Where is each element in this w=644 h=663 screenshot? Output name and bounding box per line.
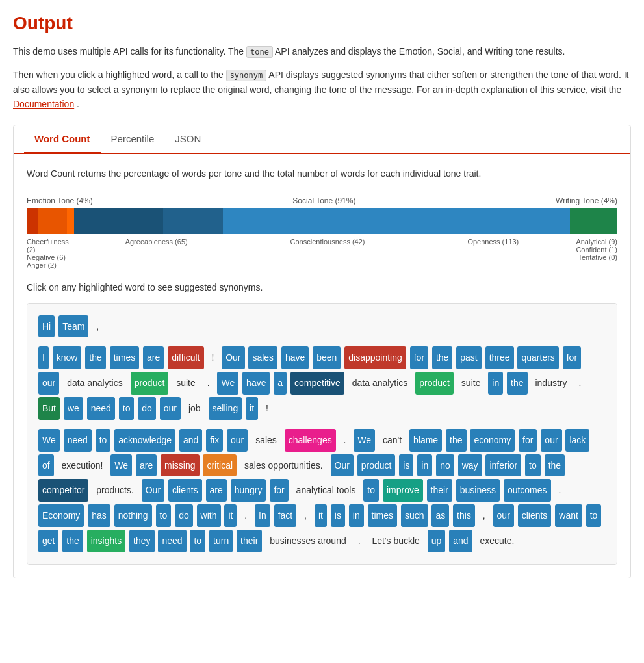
word-token[interactable]: do	[138, 397, 156, 420]
word-token[interactable]: to	[190, 530, 205, 552]
word-token[interactable]: nothing	[114, 504, 152, 527]
word-token[interactable]: insights	[87, 530, 125, 552]
word-token[interactable]: missing	[161, 454, 199, 477]
word-token[interactable]: acknowledge	[114, 429, 175, 452]
word-token[interactable]: need	[64, 429, 92, 452]
word-token[interactable]: economy	[470, 429, 515, 452]
word-token[interactable]: Hi	[38, 315, 55, 338]
word-token[interactable]: for	[410, 346, 428, 369]
word-token[interactable]: up	[428, 530, 446, 552]
word-token[interactable]: fact	[274, 504, 297, 527]
word-token[interactable]: product	[415, 372, 454, 395]
word-token[interactable]: a	[274, 372, 287, 395]
word-token[interactable]: our	[493, 504, 514, 527]
word-token[interactable]: competitor	[38, 479, 88, 502]
word-token[interactable]: to	[119, 397, 135, 420]
word-token[interactable]: have	[281, 346, 309, 369]
word-token[interactable]: But	[38, 397, 60, 420]
word-token[interactable]: as	[431, 504, 449, 527]
word-token[interactable]: the	[507, 372, 527, 395]
word-token[interactable]: to	[525, 454, 541, 477]
word-token[interactable]: critical	[203, 454, 237, 477]
word-token[interactable]: our	[227, 429, 248, 452]
word-token[interactable]: for	[563, 346, 581, 369]
documentation-link[interactable]: Documentation	[13, 99, 74, 109]
word-token[interactable]: times	[368, 504, 397, 527]
word-token[interactable]: I	[38, 346, 49, 369]
word-token[interactable]: our	[38, 372, 59, 395]
word-token[interactable]: business	[456, 479, 500, 502]
tab-percentile[interactable]: Percentile	[101, 125, 165, 154]
word-token[interactable]: the	[432, 346, 452, 369]
word-token[interactable]: quarters	[517, 346, 558, 369]
word-token[interactable]: way	[458, 454, 482, 477]
word-token[interactable]: the	[545, 454, 565, 477]
word-token[interactable]: challenges	[285, 429, 336, 452]
word-token[interactable]: difficult	[168, 346, 203, 369]
word-token[interactable]: product	[357, 454, 396, 477]
word-token[interactable]: we	[64, 397, 83, 420]
word-token[interactable]: clients	[168, 479, 202, 502]
word-token[interactable]: have	[242, 372, 270, 395]
word-token[interactable]: Our	[331, 454, 354, 477]
word-token[interactable]: competitive	[290, 372, 344, 395]
word-token[interactable]: selling	[209, 397, 242, 420]
word-token[interactable]: outcomes	[504, 479, 551, 502]
word-token[interactable]: Team	[58, 315, 88, 338]
word-token[interactable]: our	[160, 397, 181, 420]
word-token[interactable]: lack	[565, 429, 589, 452]
word-token[interactable]: improve	[383, 479, 423, 502]
word-token[interactable]: and	[179, 429, 202, 452]
tab-word-count[interactable]: Word Count	[24, 125, 101, 154]
word-token[interactable]: to	[586, 504, 602, 527]
tab-json[interactable]: JSON	[164, 125, 211, 154]
word-token[interactable]: and	[449, 530, 472, 552]
word-token[interactable]: need	[158, 530, 186, 552]
word-token[interactable]: for	[270, 479, 288, 502]
word-token[interactable]: hungry	[231, 479, 266, 502]
word-token[interactable]: fix	[206, 429, 223, 452]
word-token[interactable]: disappointing	[344, 346, 406, 369]
word-token[interactable]: with	[197, 504, 221, 527]
word-token[interactable]: clients	[518, 504, 552, 527]
word-token[interactable]: they	[129, 530, 154, 552]
word-token[interactable]: no	[436, 454, 454, 477]
word-token[interactable]: Our	[142, 479, 164, 502]
word-token[interactable]: product	[131, 372, 169, 395]
word-token[interactable]: it	[315, 504, 327, 527]
word-token[interactable]: this	[453, 504, 475, 527]
word-token[interactable]: is	[399, 454, 413, 477]
word-token[interactable]: has	[88, 504, 110, 527]
word-token[interactable]: the	[85, 346, 105, 369]
word-token[interactable]: to	[96, 429, 111, 452]
word-token[interactable]: turn	[209, 530, 233, 552]
word-token[interactable]: times	[110, 346, 139, 369]
word-token[interactable]: it	[246, 397, 258, 420]
word-token[interactable]: get	[38, 530, 58, 552]
word-token[interactable]: need	[87, 397, 115, 420]
word-token[interactable]: are	[143, 346, 164, 369]
word-token[interactable]: We	[354, 429, 375, 452]
word-token[interactable]: three	[485, 346, 514, 369]
word-token[interactable]: to	[156, 504, 172, 527]
word-token[interactable]: do	[175, 504, 193, 527]
word-token[interactable]: of	[38, 454, 54, 477]
word-token[interactable]: want	[555, 504, 582, 527]
word-token[interactable]: the	[446, 429, 466, 452]
word-token[interactable]: been	[313, 346, 341, 369]
word-token[interactable]: in	[417, 454, 432, 477]
word-token[interactable]: We	[110, 454, 132, 477]
word-token[interactable]: We	[38, 429, 60, 452]
word-token[interactable]: such	[401, 504, 428, 527]
word-token[interactable]: sales	[248, 346, 277, 369]
word-token[interactable]: for	[519, 429, 537, 452]
word-token[interactable]: in	[349, 504, 364, 527]
word-token[interactable]: in	[488, 372, 503, 395]
word-token[interactable]: our	[541, 429, 561, 452]
word-token[interactable]: are	[206, 479, 227, 502]
word-token[interactable]: their	[427, 479, 452, 502]
word-token[interactable]: inferior	[485, 454, 521, 477]
word-token[interactable]: past	[456, 346, 481, 369]
word-token[interactable]: is	[331, 504, 345, 527]
word-token[interactable]: know	[53, 346, 82, 369]
